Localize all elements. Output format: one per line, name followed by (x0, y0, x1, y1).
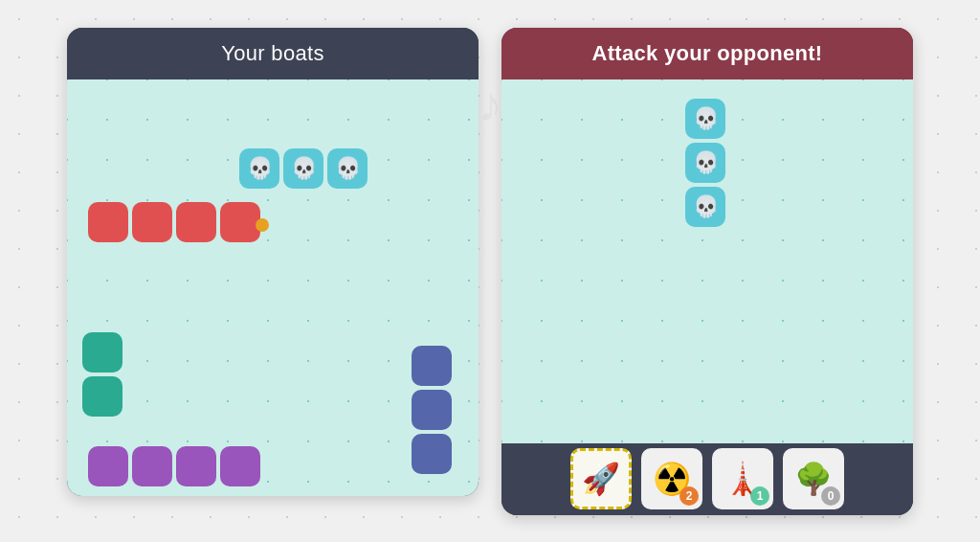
skull-boat-cell-1: 💀 (239, 148, 279, 189)
skull-boat-cell-3: 💀 (327, 148, 368, 189)
tower-badge: 1 (750, 486, 769, 506)
weapon-nuke[interactable]: ☢️ 2 (641, 448, 702, 509)
red-boat-cell-2 (132, 202, 172, 242)
weapon-tree[interactable]: 🌳 0 (783, 448, 844, 509)
grid-dots-left (67, 79, 479, 496)
hit-marker (256, 218, 269, 232)
navy-boat-cell-2 (412, 390, 452, 430)
navy-boat-cell-1 (412, 346, 452, 386)
teal-boat-cell-2 (82, 376, 122, 417)
your-boats-title: Your boats (67, 28, 479, 79)
skull-boat-cell-2: 💀 (283, 148, 323, 189)
red-boat-cell-3 (176, 202, 216, 242)
weapon-tower[interactable]: 🗼 1 (712, 448, 773, 509)
panels-container: Your boats 💀 💀 💀 (67, 28, 913, 515)
teal-boat-cell-1 (82, 332, 122, 373)
purple-boat-cell-3 (176, 446, 216, 486)
navy-boat-cell-3 (412, 434, 452, 474)
opp-skull-cell-3: 💀 (685, 187, 725, 227)
purple-boat-cell-1 (88, 446, 128, 486)
attack-title: Attack your opponent! (501, 28, 913, 79)
nuke-badge: 2 (679, 486, 699, 506)
your-boats-grid: 💀 💀 💀 (67, 79, 479, 496)
opp-skull-cell-1: 💀 (685, 99, 725, 139)
attack-grid[interactable]: 💀 💀 💀 (501, 79, 913, 443)
purple-boat-cell-2 (132, 446, 172, 486)
weapons-bar: 🚀 ☢️ 2 🗼 1 🌳 0 (501, 443, 913, 515)
purple-boat-cell-4 (220, 446, 260, 486)
red-boat-cell-1 (88, 202, 128, 242)
tree-badge: 0 (821, 486, 840, 506)
rocket-icon: 🚀 (582, 461, 620, 497)
weapon-rocket[interactable]: 🚀 (570, 448, 632, 509)
red-boat-cell-4 (220, 202, 260, 242)
your-boats-panel: Your boats 💀 💀 💀 (67, 28, 479, 496)
opp-skull-cell-2: 💀 (685, 143, 725, 183)
attack-panel: Attack your opponent! 💀 💀 💀 🚀 ☢️ 2 🗼 1 (501, 28, 913, 515)
